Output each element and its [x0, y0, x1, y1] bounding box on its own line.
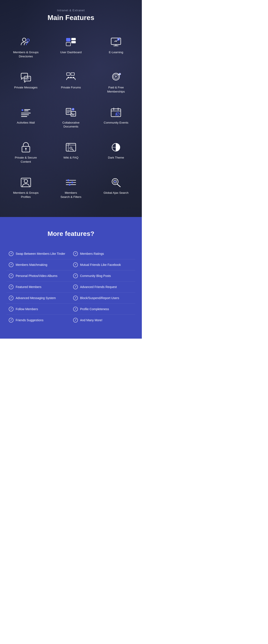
- check-icon: [73, 274, 78, 278]
- list-item-label: Swap Between Members Like Tinder: [16, 252, 65, 256]
- svg-rect-21: [24, 109, 30, 110]
- members-search-label: MembersSearch & Filters: [60, 191, 81, 199]
- check-icon: [73, 318, 78, 322]
- private-secure-icon: [19, 142, 32, 153]
- list-item-profile-complete: Profile Completeness: [71, 304, 135, 315]
- global-search-label: Global Ajax Search: [103, 191, 128, 195]
- check-icon: [73, 284, 78, 289]
- dark-theme-label: Dark Theme: [108, 156, 124, 160]
- memberships-icon: [109, 72, 122, 82]
- svg-point-20: [22, 109, 23, 111]
- members-search-icon: [64, 177, 77, 188]
- feature-elearning: E-Learning: [95, 30, 138, 64]
- list-item-label: Advanced Messaging System: [16, 296, 56, 300]
- wiki-faq-label: Wiki & FAQ: [63, 156, 78, 160]
- header-subtitle: Intranet & Extranet: [4, 9, 138, 12]
- list-item-ratings: Members Ratings: [71, 248, 135, 259]
- svg-point-0: [22, 38, 26, 42]
- activities-wall-icon: [19, 107, 32, 118]
- check-icon: [9, 284, 14, 289]
- check-icon: [73, 307, 78, 312]
- list-item-messaging: Advanced Messaging System: [7, 292, 71, 304]
- dark-theme-icon: [109, 142, 122, 153]
- list-item-photos: Personal Photos/Video Albums: [7, 270, 71, 282]
- check-icon: [9, 262, 14, 267]
- svg-rect-25: [21, 116, 27, 117]
- list-item-friends-request: Advanced Friends Request: [71, 282, 135, 292]
- more-features-list: Swap Between Members Like TinderMembers …: [7, 248, 135, 326]
- list-item-label: Advanced Friends Request: [80, 285, 117, 289]
- private-messages-label: Private Messages: [14, 86, 37, 90]
- svg-rect-13: [71, 73, 74, 75]
- list-item-featured: Featured Members: [7, 282, 71, 292]
- feature-private-forums: Private Forums: [49, 66, 92, 98]
- activities-wall-label: Activities Wall: [17, 121, 35, 125]
- svg-point-32: [71, 113, 72, 114]
- svg-rect-33: [111, 109, 121, 117]
- feature-memberships: Paid & FreeMemberships: [95, 66, 138, 98]
- list-item-swap: Swap Between Members Like Tinder: [7, 248, 71, 259]
- list-item-label: Mutual Friends Like Facebook: [80, 263, 121, 266]
- list-item-label: Profile Completeness: [80, 307, 109, 311]
- svg-point-54: [71, 182, 73, 183]
- features-grid: Members & GroupsDirectories User Dashboa…: [4, 30, 138, 204]
- svg-rect-3: [71, 38, 76, 40]
- svg-rect-5: [66, 42, 70, 46]
- collab-docs-icon: [64, 107, 77, 118]
- private-messages-icon: [19, 72, 32, 82]
- user-dashboard-label: User Dashboard: [60, 50, 82, 54]
- header-title: Main Features: [4, 14, 138, 22]
- feature-members-search: MembersSearch & Filters: [49, 171, 92, 204]
- private-forums-label: Private Forums: [61, 86, 81, 90]
- list-item-follow: Follow Members: [7, 304, 71, 315]
- feature-wiki-faq: Wiki & FAQ: [49, 136, 92, 169]
- members-profiles-icon: [19, 177, 32, 188]
- svg-rect-12: [67, 73, 70, 75]
- check-icon: [9, 274, 14, 278]
- check-icon: [9, 251, 14, 256]
- members-dirs-label: Members & GroupsDirectories: [13, 50, 39, 59]
- svg-point-59: [114, 181, 116, 182]
- svg-rect-23: [21, 113, 31, 114]
- check-icon: [9, 307, 14, 312]
- memberships-label: Paid & FreeMemberships: [107, 86, 125, 94]
- feature-members-profiles: Members & GroupsProfiles: [4, 171, 47, 204]
- list-item-label: Members Matchmaking: [16, 263, 47, 266]
- list-item-label: Friends Suggestions: [16, 318, 44, 322]
- list-item-label: Block/Suspend/Report Users: [80, 296, 119, 300]
- bottom-section: More features? Swap Between Members Like…: [0, 217, 142, 338]
- global-search-icon: [109, 177, 122, 188]
- svg-point-55: [69, 184, 70, 186]
- list-item-suggestions: Friends Suggestions: [7, 315, 71, 326]
- elearning-label: E-Learning: [109, 50, 123, 54]
- svg-rect-22: [24, 110, 29, 111]
- elearning-icon: [109, 36, 122, 47]
- svg-point-53: [67, 180, 69, 181]
- private-forums-icon: [64, 72, 77, 82]
- svg-rect-2: [66, 38, 70, 42]
- user-dashboard-icon: [64, 36, 77, 47]
- check-icon: [9, 296, 14, 300]
- more-title: More features?: [7, 230, 135, 238]
- list-item-blog: Community Blog Posts: [71, 270, 135, 282]
- top-section: Intranet & Extranet Main Features Member…: [0, 0, 142, 217]
- wiki-faq-icon: [64, 142, 77, 153]
- feature-global-search: Global Ajax Search: [95, 171, 138, 204]
- collab-docs-label: CollaborativeDocuments: [62, 121, 80, 129]
- list-item-matchmaking: Members Matchmaking: [7, 259, 71, 270]
- list-item-mutual-friends: Mutual Friends Like Facebook: [71, 259, 135, 270]
- list-item-block: Block/Suspend/Report Users: [71, 292, 135, 304]
- community-events-label: Community Events: [104, 121, 128, 125]
- feature-dark-theme: Dark Theme: [95, 136, 138, 169]
- svg-point-48: [24, 180, 28, 183]
- svg-line-58: [117, 184, 120, 187]
- list-item-label: Featured Members: [16, 285, 41, 289]
- list-item-label: Community Blog Posts: [80, 274, 111, 278]
- feature-community-events: Community Events: [95, 101, 138, 134]
- check-icon: [73, 296, 78, 300]
- feature-members-dirs: Members & GroupsDirectories: [4, 30, 47, 64]
- svg-rect-24: [21, 114, 29, 115]
- members-dirs-icon: [19, 36, 32, 47]
- feature-activities-wall: Activities Wall: [4, 101, 47, 134]
- members-profiles-label: Members & GroupsProfiles: [13, 191, 39, 199]
